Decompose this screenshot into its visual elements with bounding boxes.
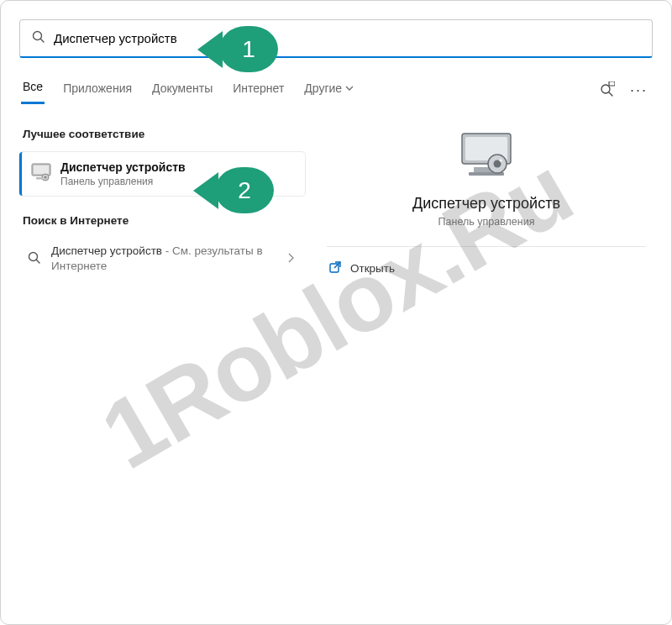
search-bar[interactable] — [19, 19, 653, 58]
svg-line-12 — [36, 260, 39, 263]
open-label: Открыть — [350, 262, 395, 275]
best-match-subtitle: Панель управления — [60, 176, 186, 187]
search-icon — [32, 30, 45, 47]
web-search-heading: Поиск в Интернете — [23, 214, 302, 227]
svg-point-19 — [500, 160, 502, 162]
tab-more[interactable]: Другие — [302, 76, 355, 104]
best-match-title: Диспетчер устройств — [60, 160, 186, 174]
work-search-icon[interactable] — [598, 81, 615, 99]
svg-point-9 — [45, 176, 47, 179]
detail-panel: Диспетчер устройств Панель управления От… — [320, 123, 653, 290]
detail-subtitle: Панель управления — [320, 216, 653, 228]
chevron-down-icon — [345, 81, 354, 95]
search-icon — [28, 251, 41, 267]
tab-all[interactable]: Все — [21, 76, 45, 104]
best-match-result[interactable]: Диспетчер устройств Панель управления — [19, 152, 305, 196]
open-action[interactable]: Открыть — [320, 247, 653, 290]
device-manager-icon — [30, 162, 52, 186]
web-result-label: Диспетчер устройств - См. результаты в И… — [51, 244, 278, 274]
svg-rect-4 — [609, 81, 615, 86]
search-input[interactable] — [54, 31, 640, 45]
detail-title: Диспетчер устройств — [320, 195, 653, 213]
svg-rect-7 — [34, 165, 49, 174]
open-icon — [328, 260, 342, 276]
tab-apps[interactable]: Приложения — [61, 76, 134, 104]
device-manager-large-icon — [456, 129, 517, 180]
svg-point-2 — [601, 85, 610, 93]
chevron-right-icon — [288, 252, 300, 265]
web-search-result[interactable]: Диспетчер устройств - См. результаты в И… — [19, 239, 305, 279]
search-tabs-row: Все Приложения Документы Интернет Другие… — [19, 76, 653, 104]
tab-web[interactable]: Интернет — [231, 76, 286, 104]
search-tabs: Все Приложения Документы Интернет Другие — [21, 76, 355, 104]
svg-line-1 — [40, 39, 44, 42]
svg-line-21 — [334, 262, 340, 268]
svg-rect-10 — [36, 177, 43, 180]
svg-line-3 — [609, 92, 612, 96]
best-match-heading: Лучшее соответствие — [23, 128, 302, 140]
results-panel: Лучшее соответствие Диспетчер устройств … — [19, 123, 305, 290]
more-options-button[interactable]: ··· — [627, 81, 651, 99]
tab-documents[interactable]: Документы — [150, 76, 214, 104]
